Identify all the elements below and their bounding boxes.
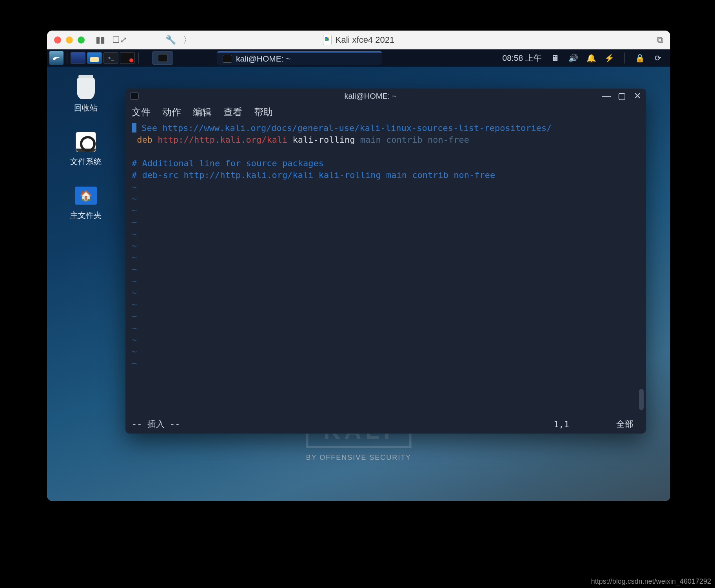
panel-clock[interactable]: 08:58 上午 (503, 53, 542, 64)
editor-line-2-url: http://http.kali.org/kali (158, 135, 287, 145)
terminal-maximize-button[interactable]: ▢ (618, 91, 626, 101)
snapshot-icon[interactable]: ☐⤢ (112, 35, 127, 45)
panel-separator (138, 53, 139, 64)
editor-tilde: ~ (132, 323, 137, 333)
forward-icon[interactable]: 〉 (183, 34, 192, 46)
terminal-menubar: 文件 动作 编辑 查看 帮助 (125, 103, 646, 121)
panel-window-button[interactable]: kali@HOME: ~ (217, 51, 382, 65)
vm-host-window: ▮▮ ☐⤢ 🔧 〉 Kali xfce4 2021 ⧉ (47, 31, 670, 501)
mac-title-text: Kali xfce4 2021 (336, 35, 394, 45)
editor-tilde: ~ (132, 264, 137, 274)
volume-tray-icon[interactable]: 🔊 (568, 53, 578, 63)
terminal-scrollbar[interactable] (639, 389, 644, 410)
panel-separator (67, 53, 67, 64)
maximize-button[interactable] (78, 36, 85, 44)
editor-line-5: # deb-src http://http.kali.org/kali kali… (132, 170, 495, 180)
traffic-lights (54, 36, 85, 44)
editor-line-4: # Additional line for source packages (132, 158, 324, 168)
mac-toolbar-right[interactable]: ⧉ (657, 35, 663, 45)
editor-tilde: ~ (132, 182, 137, 192)
menu-help[interactable]: 帮助 (254, 106, 273, 118)
menu-action[interactable]: 动作 (162, 106, 181, 118)
kali-desktop: kali@HOME: ~ 08:58 上午 🖥 🔊 🔔 ⚡ 🔒 ⟳ 回收站 (47, 49, 670, 501)
terminal-body[interactable]: See https://www.kali.org/docs/general-us… (125, 121, 646, 418)
editor-tilde: ~ (132, 194, 137, 203)
editor-line-1: See https://www.kali.org/docs/general-us… (136, 123, 552, 133)
mac-toolbar-left: ▮▮ ☐⤢ 🔧 〉 (96, 34, 192, 46)
kali-menu-button[interactable] (49, 51, 64, 65)
menu-view[interactable]: 查看 (223, 106, 242, 118)
power-tray-icon[interactable]: ⚡ (604, 53, 614, 63)
menu-file[interactable]: 文件 (132, 106, 151, 118)
cursor (132, 123, 136, 132)
editor-line-2-key: deb (132, 135, 158, 145)
screen-recorder-launcher[interactable] (120, 52, 135, 64)
editor-tilde: ~ (132, 288, 137, 298)
pause-icon[interactable]: ▮▮ (96, 35, 105, 45)
show-desktop-button[interactable] (71, 52, 85, 64)
terminal-launcher[interactable] (103, 52, 118, 64)
panel-window-label: kali@HOME: ~ (236, 54, 291, 64)
panel-task-active-frame[interactable] (152, 51, 173, 65)
editor-line-2-dist: kali-rolling (287, 135, 360, 145)
home-desktop-icon[interactable]: 🏠 主文件夹 (69, 184, 103, 221)
terminal-title: kali@HOME: ~ (139, 92, 602, 101)
editor-tilde: ~ (132, 347, 137, 356)
terminal-window: kali@HOME: ~ — ▢ ✕ 文件 动作 编辑 查看 帮助 See ht… (125, 89, 646, 434)
panel-separator (624, 53, 625, 64)
editor-tilde: ~ (132, 276, 137, 286)
lock-tray-icon[interactable]: 🔒 (635, 53, 644, 63)
minimize-button[interactable] (66, 36, 73, 44)
mac-window-title: Kali xfce4 2021 (323, 35, 394, 45)
terminal-icon (158, 54, 167, 62)
filesystem-label: 文件系统 (69, 156, 103, 167)
trash-desktop-icon[interactable]: 回收站 (69, 77, 103, 113)
editor-tilde: ~ (132, 252, 137, 262)
editor-tilde: ~ (132, 335, 137, 345)
terminal-close-button[interactable]: ✕ (633, 91, 641, 101)
panel-right: 08:58 上午 🖥 🔊 🔔 ⚡ 🔒 ⟳ (503, 53, 668, 64)
display-tray-icon[interactable]: 🖥 (550, 53, 560, 63)
vim-mode: -- 插入 -- (132, 418, 180, 430)
kali-logo-icon (51, 53, 62, 63)
terminal-titlebar-icon (130, 93, 139, 100)
menu-edit[interactable]: 编辑 (193, 106, 212, 118)
editor-tilde: ~ (132, 217, 137, 227)
settings-icon[interactable]: 🔧 (165, 35, 176, 45)
editor-tilde: ~ (132, 358, 137, 368)
editor-tilde: ~ (132, 229, 137, 239)
filesystem-desktop-icon[interactable]: 文件系统 (69, 131, 103, 167)
editor-tilde: ~ (132, 241, 137, 250)
editor-tilde: ~ (132, 311, 137, 321)
home-icon: 🏠 (75, 187, 97, 205)
terminal-icon (223, 55, 232, 63)
terminal-window-buttons: — ▢ ✕ (602, 91, 641, 101)
mac-titlebar: ▮▮ ☐⤢ 🔧 〉 Kali xfce4 2021 ⧉ (47, 31, 670, 49)
vim-scope: 全部 (616, 418, 633, 430)
notifications-tray-icon[interactable]: 🔔 (586, 53, 596, 63)
trash-icon (77, 77, 95, 99)
desktop-icons: 回收站 文件系统 🏠 主文件夹 (69, 77, 103, 221)
editor-line-2-components: main contrib non-free (360, 135, 469, 145)
home-label: 主文件夹 (69, 210, 103, 221)
kali-panel: kali@HOME: ~ 08:58 上午 🖥 🔊 🔔 ⚡ 🔒 ⟳ (47, 49, 670, 67)
vim-status-line: -- 插入 -- 1,1 全部 (125, 418, 646, 434)
trash-label: 回收站 (69, 103, 103, 113)
kali-watermark-sub: BY OFFENSIVE SECURITY (306, 454, 412, 462)
file-manager-launcher[interactable] (87, 52, 102, 64)
close-button[interactable] (54, 36, 61, 44)
page-watermark: https://blog.csdn.net/weixin_46017292 (591, 577, 711, 586)
disk-icon (76, 132, 96, 152)
editor-tilde: ~ (132, 299, 137, 309)
logout-tray-icon[interactable]: ⟳ (653, 53, 662, 63)
editor-tilde: ~ (132, 205, 137, 215)
terminal-titlebar[interactable]: kali@HOME: ~ — ▢ ✕ (125, 89, 646, 103)
terminal-minimize-button[interactable]: — (602, 91, 610, 101)
vm-document-icon (323, 35, 332, 45)
vim-cursor-position: 1,1 (553, 419, 569, 429)
